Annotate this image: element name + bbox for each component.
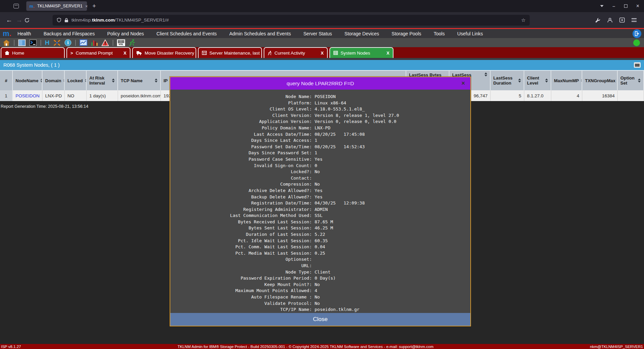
report-screen-icon[interactable] — [634, 62, 641, 68]
node-link[interactable]: POSEIDON — [16, 93, 39, 98]
modal-detail-line: Auto Filespace Rename :No — [170, 294, 470, 300]
menubar-item[interactable]: Client Schedules and Events — [156, 31, 217, 36]
sort-icon[interactable] — [518, 78, 521, 83]
modal-detail-value: LNX-PD — [312, 125, 470, 131]
forward-button[interactable]: → — [14, 17, 24, 24]
browser-tab-close-icon[interactable]: × — [85, 4, 88, 9]
shield-icon[interactable] — [57, 18, 61, 23]
cell-tcp-name: poseidon.tklnm.com — [118, 90, 161, 101]
menu-hamburger-icon[interactable] — [632, 18, 637, 22]
modal-detail-value — [312, 256, 470, 263]
menubar-item[interactable]: Storage Devices — [345, 31, 379, 36]
terminal-icon[interactable] — [29, 39, 37, 46]
app-window: m. TKLNM4ISP_SERVER1 × + − × ← → tklnm4i… — [0, 0, 644, 349]
toolbar-separator — [40, 40, 41, 46]
modal-detail-value: 4.18.0-553.5.1.el8_ — [312, 106, 470, 113]
volumes-barcode-icon[interactable]: VOL — [117, 39, 125, 46]
home-icon[interactable] — [3, 39, 10, 46]
browser-tab[interactable]: m. TKLNM4ISP_SERVER1 × — [26, 1, 87, 11]
modal-detail-label: Maximum Mount Points Allowed: — [170, 288, 312, 294]
sort-icon[interactable] — [155, 78, 157, 83]
tab-close-icon[interactable]: X — [321, 51, 324, 56]
modal-detail-label: Platform: — [170, 100, 312, 106]
modal-detail-value: 08/20/25 17:45:08 — [312, 131, 470, 138]
line-chart-icon[interactable] — [80, 39, 87, 46]
sort-icon[interactable] — [485, 72, 487, 76]
window-close-button[interactable]: × — [636, 3, 639, 9]
new-tab-button[interactable]: + — [92, 3, 96, 10]
col-header-maxnummp[interactable]: MaxNumMP — [551, 71, 582, 90]
window-icon[interactable] — [18, 39, 26, 46]
menubar-item[interactable]: Server Status — [303, 31, 332, 36]
menubar-item[interactable]: Admin Schedules and Events — [229, 31, 291, 36]
wrench-icon[interactable] — [595, 18, 601, 23]
tab-home[interactable]: Home — [1, 47, 65, 58]
menubar-item[interactable]: Useful Links — [457, 31, 483, 36]
account-icon[interactable] — [607, 18, 613, 23]
modal-detail-line: Pct. Idle Wait Last Session:60.35 — [170, 238, 470, 244]
logout-icon[interactable] — [633, 29, 641, 38]
window-minimize-button[interactable]: − — [612, 3, 615, 9]
col-header-locked[interactable]: Locked — [65, 71, 87, 90]
modal-close-icon[interactable]: × — [461, 80, 465, 87]
save-to-library-icon[interactable] — [619, 18, 625, 23]
sort-icon[interactable] — [112, 78, 115, 83]
lock-icon[interactable] — [64, 18, 68, 23]
menubar-item[interactable]: Backups and Filespaces — [43, 31, 95, 36]
truck-tab-icon — [136, 51, 142, 55]
col-header-lastsess-duration[interactable]: LastSessDuration — [491, 71, 524, 90]
modal-detail-label: Bytes Received Last Session: — [170, 219, 312, 225]
reload-button[interactable] — [24, 18, 34, 23]
tab-close-icon[interactable]: X — [123, 51, 126, 56]
modal-detail-label: URL: — [170, 263, 312, 269]
firefox-view-icon[interactable] — [13, 4, 19, 8]
home-tab-icon — [5, 51, 9, 55]
modal-header[interactable]: query Node LPAR2RRD F=D × — [170, 77, 470, 90]
tab-command-prompt[interactable]: > Command Prompt X — [66, 47, 130, 58]
col-header-index: # — [0, 71, 13, 90]
tab-move-disaster-recovery-media[interactable]: Move Disaster Recovery Media X — [132, 47, 196, 58]
sort-icon[interactable] — [638, 78, 641, 83]
menubar-item[interactable]: Policy and Nodes — [107, 31, 144, 36]
window-maximize-button[interactable] — [624, 4, 627, 8]
activity-runner-icon[interactable] — [129, 39, 136, 46]
modal-close-button[interactable]: Close — [170, 313, 470, 326]
toolbar-separator — [14, 40, 14, 46]
list-tabs-chevron-icon[interactable] — [600, 5, 604, 7]
modal-detail-line: Bytes Sent Last Session:46.25 M — [170, 225, 470, 231]
sort-icon[interactable] — [545, 78, 548, 83]
modal-detail-label: Registering Administrator: — [170, 207, 312, 213]
tab-close-icon[interactable]: X — [386, 51, 389, 56]
url-bar[interactable]: tklnm4isp.tklnm.com/TKLNM4ISP_SERVER1/# … — [53, 15, 530, 26]
app-logo[interactable]: m. — [3, 30, 11, 37]
col-header-option-set[interactable]: OptionSet — [618, 71, 644, 90]
back-button[interactable]: ← — [4, 17, 14, 24]
health-icon[interactable]: H — [45, 39, 50, 46]
col-header-nodename[interactable]: NodeName — [13, 71, 42, 90]
bookmark-star-icon[interactable]: ☆ — [521, 17, 526, 23]
collapse-arrows-icon[interactable] — [53, 39, 61, 46]
col-header-at-risk-interval[interactable]: At RiskInterval — [87, 71, 118, 90]
menubar-item[interactable]: Health — [18, 31, 31, 36]
modal-detail-value: No — [312, 181, 470, 188]
menubar-item[interactable]: Tools — [434, 31, 445, 36]
bar-chart-icon[interactable] — [91, 39, 98, 46]
modal-detail-value: 1 — [312, 137, 470, 144]
cell-txngroupmax: 16384 — [582, 90, 618, 101]
modal-detail-label: Last Access Date/Time: — [170, 131, 312, 138]
modal-detail-value: 08/20/25 14:52:43 — [312, 144, 470, 150]
tab-server-maintenance[interactable]: Server Maintenance, last 14d X — [198, 47, 262, 58]
tab-current-activity[interactable]: Current Activity X — [264, 47, 328, 58]
app-footer: ISP v8.1.27 TKLNM Admin for IBM® Storage… — [0, 344, 644, 349]
info-icon[interactable]: i — [64, 39, 71, 46]
modal-detail-value: 4 — [312, 288, 470, 294]
alert-triangle-icon[interactable] — [101, 39, 109, 46]
col-header-txngroupmax[interactable]: TXNGroupMax — [582, 71, 618, 90]
site-favicon-icon: m. — [29, 4, 34, 9]
col-header-client-level[interactable]: ClientLevel — [524, 71, 551, 90]
tab-system-nodes[interactable]: System Nodes X — [329, 47, 393, 58]
col-header-tcp-name[interactable]: TCP Name — [118, 71, 161, 90]
menubar-item[interactable]: Storage Pools — [391, 31, 421, 36]
modal-detail-line: Compression:No — [170, 181, 470, 188]
col-header-domain[interactable]: Domain — [42, 71, 65, 90]
